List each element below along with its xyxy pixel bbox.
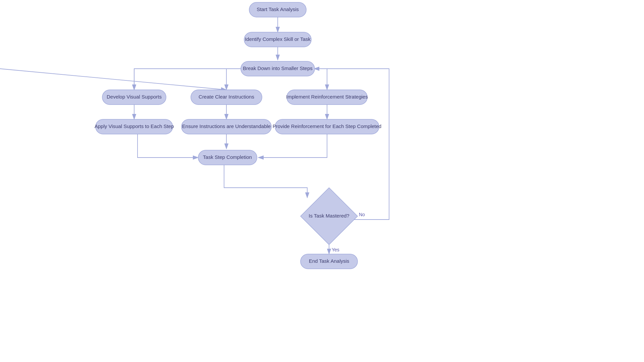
end-label: End Task Analysis [309,258,350,264]
implement-reinf-label: Implement Reinforcement Strategies [286,94,368,100]
apply-visual-label: Apply Visual Supports to Each Step [95,123,174,129]
breakdown-label: Break Down into Smaller Steps [243,65,313,71]
yes-label: Yes [332,247,339,252]
svg-rect-1 [0,0,644,362]
identify-label: Identify Complex Skill or Task [245,36,311,42]
no-label: No [359,212,365,217]
create-clear-label: Create Clear Instructions [199,94,254,100]
ensure-instr-label: Ensure Instructions are Understandable [182,123,271,129]
start-label: Start Task Analysis [257,6,299,12]
provide-reinf-label: Provide Reinforcement for Each Step Comp… [273,123,381,129]
develop-visual-label: Develop Visual Supports [107,94,162,100]
is-mastered-label: Is Task Mastered? [309,213,349,219]
task-step-label: Task Step Completion [203,154,252,160]
